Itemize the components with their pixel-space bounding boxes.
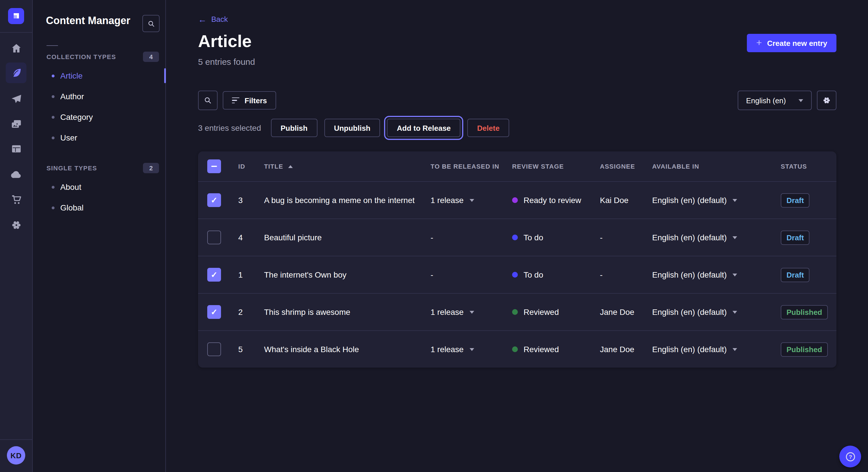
subnav-search-button[interactable] (143, 15, 160, 32)
cell-checkbox (198, 268, 230, 281)
cell-id: 5 (230, 345, 258, 354)
rail-item-content-type-builder[interactable] (6, 138, 26, 159)
release-dropdown[interactable]: 1 release (431, 345, 474, 354)
back-link[interactable]: ← Back (198, 15, 228, 24)
sort-ascending-icon (288, 165, 293, 168)
bullet-icon (52, 95, 55, 98)
rail-item-releases[interactable] (6, 89, 26, 109)
column-header-title[interactable]: TITLE (264, 163, 293, 170)
bullet-icon (52, 136, 55, 139)
sidebar-item-user[interactable]: User (32, 127, 165, 148)
unpublish-button[interactable]: Unpublish (324, 119, 380, 137)
publish-button[interactable]: Publish (271, 119, 317, 137)
rail-item-content-manager[interactable] (6, 63, 26, 83)
create-new-entry-button[interactable]: + Create new entry (747, 34, 836, 52)
table-row[interactable]: 2This shrimp is awesome1 releaseReviewed… (198, 293, 836, 330)
locale-dropdown[interactable]: English (en) (default) (652, 345, 737, 354)
delete-button[interactable]: Delete (467, 119, 509, 137)
sidebar-item-about[interactable]: About (32, 177, 165, 197)
chevron-down-icon (799, 99, 803, 102)
row-checkbox[interactable] (207, 268, 221, 281)
rail-item-deploy[interactable] (6, 164, 26, 185)
column-header-status: STATUS (778, 163, 836, 170)
status-badge: Draft (781, 193, 810, 207)
status-badge: Published (781, 305, 828, 319)
rail-item-marketplace[interactable] (6, 189, 26, 209)
release-dropdown[interactable]: 1 release (431, 307, 474, 316)
cell-checkbox (198, 342, 230, 356)
cell-status: Published (778, 305, 836, 319)
cell-title: A bug is becoming a meme on the internet (258, 196, 428, 205)
row-checkbox[interactable] (207, 231, 221, 244)
sidebar-item-category[interactable]: Category (32, 107, 165, 127)
sidebar-item-article[interactable]: Article (32, 65, 165, 86)
chevron-down-icon (733, 310, 737, 313)
rail-item-settings[interactable] (6, 214, 26, 235)
locale-dropdown[interactable]: English (en) (default) (652, 196, 737, 205)
release-dropdown: - (431, 233, 433, 242)
locale-dropdown[interactable]: English (en) (default) (652, 233, 737, 242)
release-value: 1 release (431, 196, 464, 205)
search-button[interactable] (198, 91, 218, 110)
cell-assignee: Jane Doe (597, 307, 649, 316)
entries-count: 5 entries found (198, 57, 255, 67)
subnav-section: SINGLE TYPES2AboutGlobal (32, 163, 165, 218)
cell-to-be-released-in: 1 release (428, 345, 509, 354)
row-checkbox[interactable] (207, 193, 221, 207)
table-row[interactable]: 3A bug is becoming a meme on the interne… (198, 181, 836, 218)
cell-available-in: English (en) (default) (649, 270, 778, 279)
back-label: Back (211, 15, 228, 24)
table-row[interactable]: 4Beautiful picture-To do-English (en) (d… (198, 218, 836, 256)
sidebar-item-label: Global (60, 203, 84, 212)
table-row[interactable]: 1The internet's Own boy-To do-English (e… (198, 256, 836, 293)
locale-dropdown[interactable]: English (en) (default) (652, 307, 737, 316)
sidebar-item-label: Article (60, 71, 83, 80)
sidebar-item-label: About (60, 182, 81, 192)
cell-status: Draft (778, 230, 836, 245)
rail-item-media-library[interactable] (6, 113, 26, 134)
release-dropdown[interactable]: 1 release (431, 196, 474, 205)
section-count-badge: 4 (143, 52, 159, 62)
cell-id: 4 (230, 233, 258, 242)
filters-button[interactable]: Filters (223, 91, 276, 109)
cell-available-in: English (en) (default) (649, 233, 778, 242)
chevron-down-icon (733, 273, 737, 276)
cell-to-be-released-in: 1 release (428, 307, 509, 316)
status-badge: Published (781, 342, 828, 357)
row-checkbox[interactable] (207, 342, 221, 356)
subnav-title: Content Manager (46, 15, 130, 27)
cell-review-stage: To do (509, 270, 597, 279)
strapi-logo[interactable] (8, 8, 24, 24)
review-stage-label: Reviewed (524, 345, 559, 354)
status-badge: Draft (781, 230, 810, 245)
subnav-divider (46, 45, 58, 46)
review-stage-dot (512, 197, 518, 203)
available-in-value: English (en) (default) (652, 345, 727, 354)
user-avatar[interactable]: KD (7, 446, 25, 465)
table-header-row: ID TITLE TO BE RELEASED IN REVIEW STAGE … (198, 151, 836, 181)
review-stage-label: Reviewed (524, 307, 559, 316)
cell-available-in: English (en) (default) (649, 345, 778, 354)
sidebar-item-label: User (60, 133, 77, 142)
table-row[interactable]: 5What's inside a Black Hole1 releaseRevi… (198, 330, 836, 368)
review-stage-dot (512, 309, 518, 315)
available-in-value: English (en) (default) (652, 307, 727, 316)
selection-count: 3 entries selected (198, 123, 261, 133)
rail-item-home[interactable] (6, 38, 26, 59)
add-to-release-button[interactable]: Add to Release (387, 119, 460, 137)
cell-assignee: - (597, 270, 649, 279)
row-checkbox[interactable] (207, 305, 221, 319)
locale-select[interactable]: English (en) (737, 91, 812, 110)
sidebar-item-label: Category (60, 112, 93, 122)
help-button[interactable]: ? (839, 446, 861, 467)
select-all-checkbox[interactable] (207, 160, 221, 173)
sidebar-item-author[interactable]: Author (32, 86, 165, 107)
sidebar-item-global[interactable]: Global (32, 197, 165, 218)
review-stage-label: Ready to review (524, 196, 581, 205)
section-label: COLLECTION TYPES (46, 53, 116, 60)
review-stage-dot (512, 272, 518, 278)
locale-dropdown[interactable]: English (en) (default) (652, 270, 737, 279)
question-mark-icon: ? (844, 450, 856, 463)
list-settings-button[interactable] (817, 91, 836, 110)
chevron-down-icon (733, 236, 737, 239)
